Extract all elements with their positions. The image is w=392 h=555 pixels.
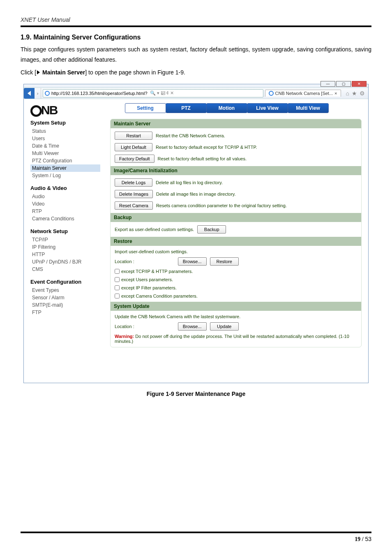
menu-item-ftp[interactable]: FTP bbox=[30, 309, 100, 316]
reset-camera-button[interactable]: Reset Camera bbox=[115, 201, 153, 210]
reset-camera-desc: Resets camera condition parameter to the… bbox=[156, 203, 287, 208]
triangle-icon bbox=[37, 70, 40, 74]
menu-item-users[interactable]: Users bbox=[30, 135, 100, 142]
header-rule bbox=[21, 25, 371, 27]
section-image-camera-init: Image/Camera Initialization bbox=[111, 166, 361, 175]
home-icon[interactable]: ⌂ bbox=[346, 90, 349, 97]
ie-icon bbox=[269, 91, 274, 96]
restart-button[interactable]: Restart bbox=[115, 132, 152, 140]
tab-title: CNB Network Camera [Set... bbox=[275, 91, 333, 96]
update-desc: Update the CNB Network Camera with the l… bbox=[115, 314, 357, 319]
ie-icon bbox=[45, 91, 50, 96]
restore-location-label: Location : bbox=[115, 259, 134, 264]
chk-except-tcpip[interactable]: except TCP/IP & HTTP parameters. bbox=[115, 269, 357, 274]
para2-link: Maintain Server bbox=[41, 69, 85, 76]
menu-item-audio[interactable]: Audio bbox=[30, 193, 100, 200]
tab-close-icon[interactable]: × bbox=[334, 91, 337, 96]
menu-group-audio-video: Audio & Video bbox=[30, 185, 100, 191]
window-titlebar: — ▢ ✕ bbox=[24, 84, 368, 88]
menu-item-maintain-server[interactable]: Maintain Server bbox=[30, 164, 100, 172]
chk-label: except Camera Condition parameters. bbox=[121, 294, 198, 298]
browser-window: — ▢ ✕ › http://192.168.123.35/html/opera… bbox=[23, 84, 369, 383]
menu-item-sensor-alarm[interactable]: Sensor / Alarm bbox=[30, 294, 100, 301]
checkbox-icon[interactable] bbox=[115, 269, 120, 274]
tools-icon[interactable]: ⚙ bbox=[360, 90, 365, 97]
side-menu: System Setup Status Users Date & Time Mu… bbox=[30, 119, 100, 347]
section-system-update: System Update bbox=[111, 302, 361, 311]
tab-ptz[interactable]: PTZ bbox=[166, 103, 207, 113]
warning-text: Do not power off during the update proce… bbox=[115, 334, 349, 344]
url-text: http://192.168.123.35/html/operator/Setu… bbox=[51, 91, 148, 96]
light-default-button[interactable]: Light Default bbox=[115, 143, 152, 151]
logo-text: NB bbox=[41, 103, 57, 117]
tab-setting[interactable]: Setting bbox=[125, 103, 166, 113]
logo-circle-icon bbox=[30, 105, 42, 117]
arrow-left-icon bbox=[28, 91, 31, 96]
menu-item-ptz-config[interactable]: PTZ Configuration bbox=[30, 157, 100, 164]
factory-default-desc: Reset to factory default setting for all… bbox=[158, 156, 247, 161]
tab-motion[interactable]: Motion bbox=[206, 103, 247, 113]
section-para-1: This page configures system parameters s… bbox=[21, 44, 371, 65]
toolbar-icons: ⌂ ★ ⚙ bbox=[343, 90, 368, 97]
window-minimize-button[interactable]: — bbox=[321, 81, 335, 87]
url-field[interactable]: http://192.168.123.35/html/operator/Setu… bbox=[43, 89, 263, 97]
delete-images-desc: Delete all image files in image director… bbox=[156, 192, 236, 197]
menu-item-http[interactable]: HTTP bbox=[30, 251, 100, 258]
running-title: XNET User Manual bbox=[21, 16, 371, 23]
checkbox-icon[interactable] bbox=[115, 294, 120, 298]
restore-desc: Import user-defined custom settings. bbox=[115, 249, 357, 254]
checkbox-icon[interactable] bbox=[115, 285, 120, 290]
backup-button[interactable]: Backup bbox=[197, 225, 226, 234]
section-heading: 1.9. Maintaining Server Configurations bbox=[21, 34, 371, 41]
address-bar: › http://192.168.123.35/html/operator/Se… bbox=[24, 88, 368, 99]
menu-item-upnp[interactable]: UPnP / DynDNS / BJR bbox=[30, 258, 100, 266]
menu-group-event-config: Event Configuration bbox=[30, 279, 100, 285]
light-default-desc: Reset to factory default except for TCP/… bbox=[156, 145, 257, 150]
menu-item-ip-filtering[interactable]: IP Filtering bbox=[30, 243, 100, 251]
checkbox-icon[interactable] bbox=[115, 277, 120, 282]
factory-default-button[interactable]: Factory Default bbox=[115, 155, 154, 163]
nav-back-button[interactable] bbox=[24, 88, 35, 99]
chk-label: except TCP/IP & HTTP parameters. bbox=[121, 269, 193, 274]
browser-tab[interactable]: CNB Network Camera [Set... × bbox=[265, 90, 341, 97]
top-nav: NB Setting PTZ Motion Live View Multi Vi… bbox=[30, 103, 362, 113]
page-footer: 19 / 53 bbox=[21, 532, 371, 543]
menu-item-cms[interactable]: CMS bbox=[30, 266, 100, 273]
menu-item-rtp[interactable]: RTP bbox=[30, 208, 100, 215]
tab-live-view[interactable]: Live View bbox=[247, 103, 288, 113]
menu-item-camera-conditions[interactable]: Camera Conditions bbox=[30, 215, 100, 222]
chk-except-ipfilter[interactable]: except IP Filter parameters. bbox=[115, 285, 357, 290]
section-maintain-server: Maintain Server bbox=[111, 119, 361, 128]
page-current: 19 / bbox=[355, 536, 363, 542]
chk-except-camera-cond[interactable]: except Camera Condition parameters. bbox=[115, 294, 357, 298]
menu-item-tcpip[interactable]: TCP/IP bbox=[30, 236, 100, 243]
delete-logs-button[interactable]: Delete Logs bbox=[115, 178, 152, 187]
update-button[interactable]: Update bbox=[210, 322, 239, 331]
chk-except-users[interactable]: except Users parameters. bbox=[115, 277, 357, 282]
menu-item-event-types[interactable]: Event Types bbox=[30, 287, 100, 294]
menu-item-date-time[interactable]: Date & Time bbox=[30, 142, 100, 150]
window-maximize-button[interactable]: ▢ bbox=[336, 81, 351, 87]
menu-item-system-log[interactable]: System / Log bbox=[30, 172, 100, 179]
tab-multi-view[interactable]: Multi View bbox=[288, 103, 329, 113]
update-warning: Warning: Do not power off during the upd… bbox=[115, 334, 357, 344]
delete-images-button[interactable]: Delete Images bbox=[115, 190, 153, 198]
restore-button[interactable]: Restore bbox=[210, 257, 239, 266]
favorites-icon[interactable]: ★ bbox=[352, 90, 357, 97]
section-backup: Backup bbox=[111, 213, 361, 222]
menu-item-smtp[interactable]: SMTP(E-mail) bbox=[30, 301, 100, 309]
update-location-label: Location : bbox=[115, 324, 134, 329]
figure-caption: Figure 1-9 Server Maintenance Page bbox=[21, 391, 371, 397]
page-number: 19 / 53 bbox=[21, 536, 371, 543]
para2-post: ] to open the page shown in Figure 1-9. bbox=[85, 69, 185, 76]
backup-desc: Export as user-defined custom settings. bbox=[115, 227, 194, 232]
menu-item-video[interactable]: Video bbox=[30, 200, 100, 208]
update-browse-button[interactable]: Browse... bbox=[178, 322, 207, 331]
brand-logo: NB bbox=[30, 103, 57, 117]
restore-browse-button[interactable]: Browse... bbox=[178, 257, 207, 266]
chk-label: except IP Filter parameters. bbox=[121, 285, 177, 290]
menu-item-status[interactable]: Status bbox=[30, 127, 100, 135]
menu-item-multi-viewer[interactable]: Multi Viewer bbox=[30, 150, 100, 157]
nav-forward-button[interactable]: › bbox=[35, 88, 41, 99]
window-close-button[interactable]: ✕ bbox=[352, 81, 367, 87]
